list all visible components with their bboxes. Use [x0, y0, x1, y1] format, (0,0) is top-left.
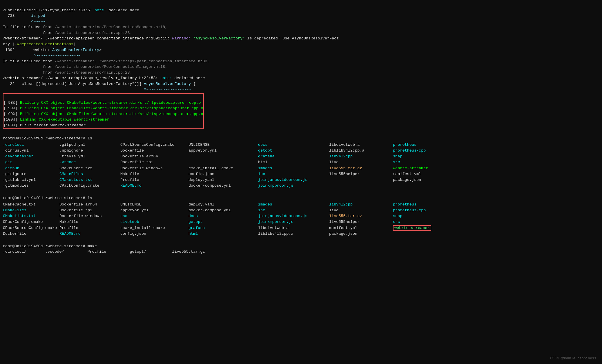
ls2-cpacksource: CPackSourceConfig.cmake: [3, 225, 59, 231]
file-github: .github: [3, 165, 59, 171]
prompt-ls: root@0a11c9194f0d:/webrtc-streamer# ls: [3, 190, 599, 201]
ls2-config-json: config.json: [120, 231, 188, 237]
ls2-unlicense: UNLICENSE: [120, 202, 188, 208]
ls2-cpackconfig: CPackConfig.cmake: [3, 219, 59, 225]
file-liblibv4l2cpp-a: liblibv4l2cpp.a: [329, 148, 393, 154]
prompt-make-cmd: root@0a11c9194f0d:/webrtc-streamer# make: [3, 244, 97, 248]
prompt-make: root@0a11c9194f0d:/webrtc-streamer# make…: [3, 238, 599, 255]
file-empty4: [455, 154, 599, 159]
ls2-empty2: [455, 208, 599, 213]
file-src: src: [393, 159, 455, 165]
terminal-output: /usr/include/c++/11/type_traits:733:5: n…: [3, 2, 599, 92]
line-5: from /webrtc-streamer/src/main.cpp:23:: [3, 31, 132, 35]
file-empty11: [329, 183, 393, 189]
file-snap: snap: [393, 154, 455, 159]
file-git: .git: [3, 159, 59, 165]
ls2-getopt: getopt: [188, 219, 258, 225]
ls2-empty1: [455, 202, 599, 208]
file-live: live: [329, 159, 393, 165]
file-cpacksource: CPackSourceConfig.cmake: [120, 142, 188, 148]
ls2-cmakecache: CMakeCache.txt: [3, 202, 59, 208]
file-dockerfile-rpi: Dockerfile.rpi: [120, 159, 188, 165]
file-html: html: [258, 159, 329, 165]
ls2-makefile: Makefile: [59, 219, 120, 225]
build-99-rtspaudio: [ 99%] Building CXX object CMakeFiles/we…: [3, 106, 203, 110]
ls2-libcivetweb-a: libcivetweb.a: [258, 225, 329, 231]
line-3: | ^~~~~~: [3, 19, 45, 24]
file-empty6: [455, 159, 599, 165]
ls2-procfile: Procfile: [59, 225, 120, 231]
watermark-text: CSDN @double_happiness: [550, 356, 596, 361]
file-gitmodules: .gitmodules: [3, 183, 59, 189]
ls2-package-json: package.json: [329, 231, 393, 237]
file-empty2: [455, 148, 599, 154]
ls2-docs: docs: [188, 213, 258, 219]
line-15: | ^~~~~~~~~~~~~~~~~~~~: [3, 87, 191, 92]
ls2-cmakelists: CMakeLists.txt: [3, 213, 59, 219]
file-gitpod: .gitpod.yml: [59, 142, 120, 148]
ls2-live555helper: live555helper: [329, 219, 393, 225]
file-grafana: grafana: [258, 154, 329, 159]
ls2-empty7: [455, 231, 599, 237]
line-4: In file included from /webrtc-streamer/i…: [3, 25, 167, 29]
ls2-dockerfile-arm64: Dockerfile.arm64: [59, 202, 120, 208]
file-cirrus: .cirrus.yml: [3, 148, 59, 154]
ls2-liblibv4l2cpp-a: liblibv4l2cpp.a: [258, 231, 329, 237]
file-joinjanusvideoroom: joinjanusvideoroom.js: [258, 177, 329, 183]
post-build-output: root@0a11c9194f0d:/webrtc-streamer# ls: [3, 130, 599, 141]
ls2-dockerfile-windows: Dockerfile.windows: [59, 213, 120, 219]
build-99-rtspvideo: [ 99%] Building CXX object CMakeFiles/we…: [3, 112, 203, 116]
file-inc: inc: [258, 171, 329, 177]
ls2-live: live: [329, 208, 393, 213]
file-empty3: [188, 154, 258, 159]
file-dockerfile-windows: Dockerfile.windows: [120, 165, 188, 171]
line-2: 733 | is_pod: [3, 14, 45, 18]
ls2-webrtc-streamer-box: webrtc-streamer: [393, 225, 455, 231]
file-gitlabci: .gitlab-ci.yml: [3, 177, 59, 183]
ls2-empty5: [455, 225, 599, 231]
ls2-civetweb: civetweb: [120, 219, 188, 225]
line-12: from /webrtc-streamer/src/main.cpp:23:: [3, 70, 132, 75]
line-1: /usr/include/c++/11/type_traits:733:5: n…: [3, 8, 139, 12]
file-libcivetweb-a: libcivetweb.a: [329, 142, 393, 148]
ls2-images: images: [258, 202, 329, 208]
ls2-dockerfile-rpi: Dockerfile.rpi: [59, 208, 120, 213]
file-docs: docs: [258, 142, 329, 148]
line-9: | ^~~~~~~~~~~~~~~~~~~~: [3, 53, 80, 58]
ls2-empty4: [455, 219, 599, 225]
file-cmakelists: CMakeLists.txt: [59, 177, 120, 183]
ls2-html: html: [188, 231, 258, 237]
file-libv4l2cpp: libv4l2cpp: [329, 154, 393, 159]
file-empty7: [455, 165, 599, 171]
ls2-grafana: grafana: [188, 225, 258, 231]
file-cmakefiles: CMakeFiles: [59, 171, 120, 177]
file-makefile: Makefile: [120, 171, 188, 177]
build-lines: [ 98%] Building CXX object CMakeFiles/we…: [3, 94, 203, 128]
ls2-empty3: [455, 213, 599, 219]
file-prometheus: prometheus: [393, 142, 455, 148]
file-empty13: [455, 183, 599, 189]
ls2-prometheus: prometheus: [393, 202, 455, 208]
file-devcontainer: .devcontainer: [3, 154, 59, 159]
line-14: 22 | class [[deprecated("Use AsyncDnsRes…: [3, 82, 195, 86]
line-11: from /webrtc-streamer/inc/PeerConnection…: [3, 65, 167, 69]
line-10: In file included from /webrtc-streamer/.…: [3, 59, 210, 63]
file-joinxmpproom: joinxmpproom.js: [258, 183, 329, 189]
file-webrtc-streamer-dir: webrtc-streamer: [393, 165, 455, 171]
file-docker-compose: docker-compose.yml: [188, 183, 258, 189]
file-empty5: [188, 159, 258, 165]
file-npmignore: .npmignore: [59, 148, 120, 154]
file-empty1: [455, 142, 599, 148]
file-empty12: [393, 183, 455, 189]
ls2-live555-tgz: live555.tar.gz: [329, 213, 393, 219]
ls2-appveyor: appveyor.yml: [120, 208, 188, 213]
ls2-docker-compose: docker-compose.yml: [188, 208, 258, 213]
file-images: images: [258, 165, 329, 171]
build-box: [ 98%] Building CXX object CMakeFiles/we…: [3, 93, 204, 129]
file-dockerfile: Dockerfile: [120, 148, 188, 154]
ls2-prometheus-cpp: prometheus-cpp: [393, 208, 455, 213]
line-13: /webrtc-streamer/../webrtc/src/api/async…: [3, 76, 205, 80]
line-7: ory [-Wdeprecated-declarations]: [3, 42, 76, 46]
ls2-cad: cad: [120, 213, 188, 219]
ls2-joinjanusvideoroom: joinjanusvideoroom.js: [258, 213, 329, 219]
